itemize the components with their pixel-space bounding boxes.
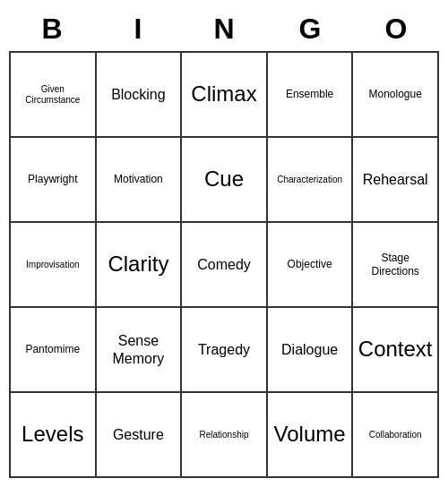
cell-r2-c2: Comedy: [182, 223, 268, 308]
cell-r1-c0: Playwright: [11, 138, 97, 223]
header-letter-O: O: [357, 13, 435, 46]
cell-text-r3-c4: Context: [358, 337, 433, 363]
cell-text-r0-c0: Given Circumstance: [14, 84, 91, 106]
cell-text-r4-c3: Volume: [274, 422, 346, 448]
cell-text-r2-c4: Stage Directions: [357, 252, 434, 278]
cell-r2-c4: Stage Directions: [353, 223, 439, 308]
header-letter-N: N: [185, 13, 263, 46]
header-letter-B: B: [13, 13, 91, 46]
cell-text-r4-c0: Levels: [22, 422, 83, 448]
bingo-header: BINGO: [9, 9, 439, 49]
bingo-card: BINGO Given CircumstanceBlockingClimaxEn…: [9, 9, 439, 478]
cell-text-r1-c3: Characterization: [277, 175, 342, 185]
cell-text-r2-c1: Clarity: [108, 252, 168, 278]
cell-r1-c4: Rehearsal: [353, 138, 439, 223]
cell-r0-c2: Climax: [182, 53, 268, 138]
cell-text-r4-c1: Gesture: [113, 426, 164, 443]
cell-r0-c1: Blocking: [97, 53, 183, 138]
header-letter-I: I: [99, 13, 177, 46]
cell-r2-c1: Clarity: [97, 223, 183, 308]
cell-r4-c1: Gesture: [97, 393, 183, 478]
cell-text-r0-c1: Blocking: [111, 86, 165, 103]
cell-text-r3-c3: Dialogue: [281, 341, 338, 358]
cell-r0-c0: Given Circumstance: [11, 53, 97, 138]
cell-r0-c3: Ensemble: [268, 53, 354, 138]
cell-r3-c4: Context: [353, 308, 439, 393]
cell-r4-c2: Relationship: [182, 393, 268, 478]
cell-r2-c3: Objective: [268, 223, 354, 308]
cell-r3-c0: Pantomime: [11, 308, 97, 393]
cell-text-r2-c3: Objective: [288, 258, 332, 270]
cell-text-r1-c4: Rehearsal: [363, 171, 428, 188]
cell-text-r0-c2: Climax: [191, 81, 256, 107]
cell-text-r0-c4: Monologue: [368, 88, 421, 100]
cell-text-r2-c0: Improvisation: [26, 260, 79, 270]
cell-text-r0-c3: Ensemble: [286, 88, 333, 100]
cell-text-r3-c1: Sense Memory: [100, 332, 177, 366]
cell-r0-c4: Monologue: [353, 53, 439, 138]
cell-r3-c2: Tragedy: [182, 308, 268, 393]
cell-text-r2-c2: Comedy: [197, 256, 251, 273]
cell-r4-c3: Volume: [268, 393, 354, 478]
cell-r3-c3: Dialogue: [268, 308, 354, 393]
cell-r1-c1: Motivation: [97, 138, 183, 223]
cell-text-r3-c0: Pantomime: [25, 343, 80, 355]
cell-text-r1-c0: Playwright: [28, 173, 77, 185]
cell-text-r3-c2: Tragedy: [198, 341, 250, 358]
cell-r4-c0: Levels: [11, 393, 97, 478]
bingo-grid: Given CircumstanceBlockingClimaxEnsemble…: [9, 51, 439, 478]
cell-r4-c4: Collaboration: [353, 393, 439, 478]
header-letter-G: G: [271, 13, 349, 46]
cell-r3-c1: Sense Memory: [97, 308, 183, 393]
cell-text-r4-c2: Relationship: [199, 430, 248, 440]
cell-text-r4-c4: Collaboration: [369, 430, 422, 440]
cell-r1-c2: Cue: [182, 138, 268, 223]
cell-text-r1-c2: Cue: [204, 167, 244, 192]
cell-r1-c3: Characterization: [268, 138, 354, 223]
cell-text-r1-c1: Motivation: [114, 173, 163, 185]
cell-r2-c0: Improvisation: [11, 223, 97, 308]
